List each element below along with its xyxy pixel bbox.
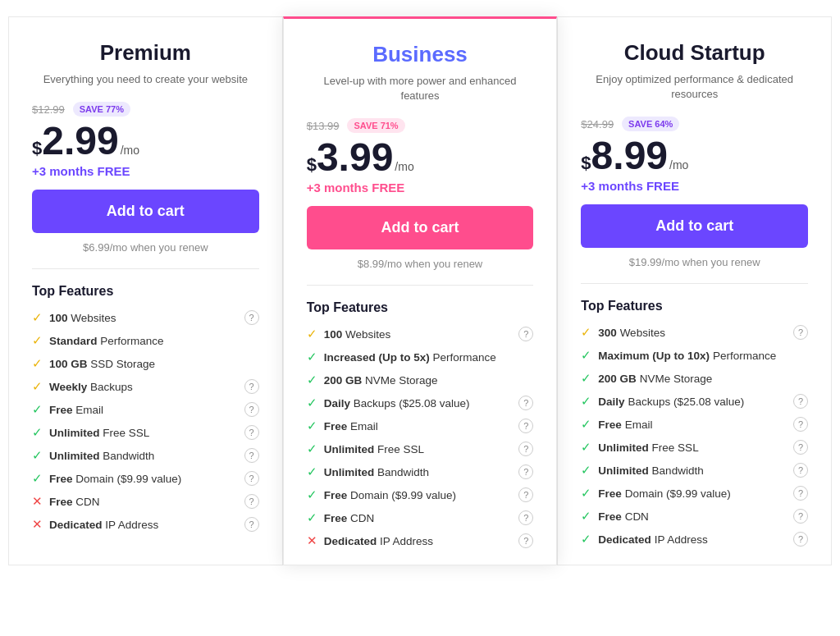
feature-text: Free Email — [49, 404, 103, 416]
feature-item: ✓ Free CDN ? — [581, 509, 808, 524]
feature-item: ✓ Unlimited Bandwidth ? — [307, 464, 534, 479]
free-months: +3 months FREE — [581, 179, 808, 193]
feature-left: ✓ 100 GB SSD Storage — [32, 356, 155, 371]
feature-left: ✓ Daily Backups ($25.08 value) — [307, 396, 470, 410]
feature-left: ✓ 300 Websites — [581, 325, 665, 340]
feature-item: ✓ 200 GB NVMe Storage — [307, 373, 534, 387]
plans-container: Premium Everything you need to create yo… — [8, 16, 832, 565]
info-icon[interactable]: ? — [518, 327, 533, 341]
free-months: +3 months FREE — [32, 164, 259, 178]
period: /mo — [121, 144, 139, 157]
feature-text: 200 GB NVMe Storage — [324, 374, 438, 387]
plan-card-premium: Premium Everything you need to create yo… — [8, 16, 283, 565]
save-badge: SAVE 64% — [622, 117, 679, 131]
feature-item: ✕ Dedicated IP Address ? — [32, 517, 259, 532]
add-to-cart-button[interactable]: Add to cart — [32, 190, 259, 233]
info-icon[interactable]: ? — [793, 463, 808, 478]
info-icon[interactable]: ? — [793, 394, 808, 409]
check-green-icon: ✓ — [581, 463, 591, 478]
feature-item: ✓ Daily Backups ($25.08 value) ? — [307, 396, 534, 410]
feature-left: ✓ Unlimited Free SSL — [32, 425, 149, 440]
check-green-icon: ✓ — [32, 448, 43, 463]
feature-left: ✓ Unlimited Bandwidth — [581, 463, 703, 478]
info-icon[interactable]: ? — [793, 417, 808, 432]
original-price: $12.99 — [32, 103, 65, 116]
feature-text: Unlimited Bandwidth — [598, 464, 703, 477]
feature-text: Daily Backups ($25.08 value) — [324, 397, 470, 410]
feature-item: ✓ Free CDN ? — [307, 510, 534, 525]
info-icon[interactable]: ? — [518, 442, 533, 456]
amount: 3.99 — [317, 138, 393, 177]
feature-left: ✓ Dedicated IP Address — [581, 532, 707, 547]
info-icon[interactable]: ? — [244, 471, 259, 486]
pricing-row: $13.99 SAVE 71% — [307, 118, 534, 133]
info-icon[interactable]: ? — [244, 448, 259, 463]
feature-left: ✓ 100 Websites — [307, 327, 391, 341]
check-green-icon: ✓ — [581, 486, 591, 501]
check-green-icon: ✓ — [581, 532, 591, 547]
check-green-icon: ✓ — [307, 510, 317, 525]
check-green-icon: ✓ — [307, 419, 317, 433]
info-icon[interactable]: ? — [518, 487, 533, 502]
features-title: Top Features — [581, 299, 808, 313]
period: /mo — [669, 158, 688, 172]
check-green-icon: ✓ — [581, 509, 591, 524]
info-icon[interactable]: ? — [793, 509, 808, 524]
feature-item: ✓ Free Domain ($9.99 value) ? — [307, 487, 534, 502]
feature-item: ✓ Free Email ? — [307, 419, 534, 433]
cross-red-icon: ✕ — [32, 517, 43, 532]
feature-left: ✓ 100 Websites — [32, 310, 116, 325]
feature-text: Unlimited Bandwidth — [49, 450, 154, 462]
feature-text: 100 Websites — [49, 312, 116, 324]
section-divider — [307, 285, 534, 286]
save-badge: SAVE 71% — [347, 118, 404, 133]
info-icon[interactable]: ? — [244, 494, 259, 509]
info-icon[interactable]: ? — [244, 517, 259, 532]
info-icon[interactable]: ? — [793, 486, 808, 501]
feature-item: ✕ Dedicated IP Address ? — [307, 533, 534, 548]
main-price: $ 3.99 /mo — [307, 138, 534, 177]
feature-item: ✓ Unlimited Free SSL ? — [32, 425, 259, 440]
feature-item: ✓ Free Domain ($9.99 value) ? — [581, 486, 808, 501]
info-icon[interactable]: ? — [518, 464, 533, 479]
info-icon[interactable]: ? — [244, 402, 259, 417]
feature-left: ✕ Dedicated IP Address — [32, 517, 158, 532]
feature-text: Free CDN — [598, 510, 649, 523]
plan-subtitle: Everything you need to create your websi… — [32, 72, 259, 87]
free-months: +3 months FREE — [307, 181, 534, 194]
feature-text: Free Email — [324, 420, 378, 432]
add-to-cart-button[interactable]: Add to cart — [581, 204, 808, 248]
feature-left: ✓ Free Email — [32, 402, 103, 417]
info-icon[interactable]: ? — [793, 532, 808, 547]
feature-text: Free Domain ($9.99 value) — [49, 473, 181, 485]
info-icon[interactable]: ? — [518, 510, 533, 525]
plan-title: Business — [307, 42, 534, 67]
info-icon[interactable]: ? — [518, 396, 533, 410]
check-green-icon: ✓ — [307, 487, 317, 502]
check-green-icon: ✓ — [581, 394, 591, 409]
add-to-cart-button[interactable]: Add to cart — [307, 206, 534, 249]
feature-text: Increased (Up to 5x) Performance — [324, 351, 496, 364]
info-icon[interactable]: ? — [244, 310, 259, 325]
info-icon[interactable]: ? — [244, 425, 259, 440]
feature-text: Maximum (Up to 10x) Performance — [598, 350, 776, 362]
cross-red-icon: ✕ — [32, 494, 43, 509]
section-divider — [581, 283, 808, 284]
info-icon[interactable]: ? — [793, 440, 808, 455]
check-green-icon: ✓ — [581, 371, 591, 386]
info-icon[interactable]: ? — [518, 533, 533, 548]
feature-item: ✕ Free CDN ? — [32, 494, 259, 509]
feature-left: ✕ Free CDN — [32, 494, 100, 509]
plan-subtitle: Enjoy optimized performance & dedicated … — [581, 72, 808, 102]
info-icon[interactable]: ? — [244, 379, 259, 394]
plan-title: Premium — [32, 40, 259, 66]
check-green-icon: ✓ — [307, 464, 317, 479]
feature-item: ✓ 100 GB SSD Storage — [32, 356, 259, 371]
feature-text: Dedicated IP Address — [598, 533, 707, 546]
feature-text: 200 GB NVMe Storage — [598, 373, 712, 385]
save-badge: SAVE 77% — [73, 102, 130, 117]
info-icon[interactable]: ? — [793, 325, 808, 340]
currency: $ — [581, 153, 591, 174]
info-icon[interactable]: ? — [518, 419, 533, 433]
check-green-icon: ✓ — [32, 425, 43, 440]
